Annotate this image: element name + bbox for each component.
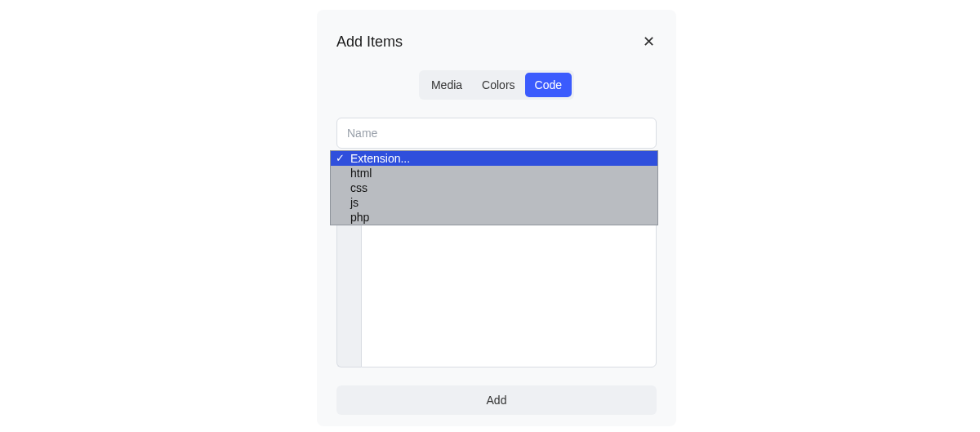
extension-option-php[interactable]: php: [331, 210, 657, 225]
tab-code[interactable]: Code: [525, 73, 572, 97]
extension-dropdown-list: Extension... html css js php: [330, 150, 658, 225]
extension-option-js[interactable]: js: [331, 195, 657, 210]
add-button[interactable]: Add: [336, 385, 657, 415]
extension-option-css[interactable]: css: [331, 180, 657, 195]
close-button[interactable]: ✕: [641, 33, 657, 51]
modal-header: Add Items ✕: [336, 33, 657, 51]
name-input[interactable]: [336, 118, 657, 149]
modal-title: Add Items: [336, 33, 403, 51]
extension-option-placeholder[interactable]: Extension...: [331, 151, 657, 166]
tab-colors[interactable]: Colors: [472, 73, 524, 97]
extension-option-html[interactable]: html: [331, 166, 657, 180]
tab-group: Media Colors Code: [419, 70, 574, 100]
tab-media[interactable]: Media: [421, 73, 472, 97]
close-icon: ✕: [643, 33, 655, 50]
